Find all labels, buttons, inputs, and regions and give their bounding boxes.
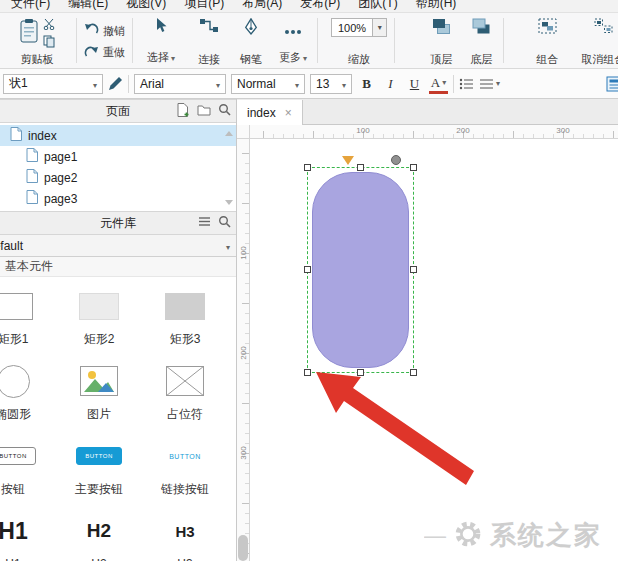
ruler-mark: 100 [356, 126, 369, 135]
widget-item[interactable]: BUTTON 按钮 [0, 427, 56, 502]
tab-index[interactable]: index × [237, 100, 303, 125]
chevron-down-icon [340, 77, 346, 91]
paste-icon[interactable] [19, 18, 39, 47]
widget-item[interactable]: BUTTON 链接按钮 [142, 427, 228, 502]
hamburger-menu-icon[interactable] [198, 216, 211, 230]
font-family-select[interactable]: Arial [134, 74, 226, 94]
ruler-mark: 300 [239, 446, 248, 459]
group-label: 组合 [536, 53, 558, 65]
scroll-down-icon[interactable] [225, 200, 233, 205]
format-divider [453, 75, 454, 93]
undo-button[interactable]: 撤销 [84, 22, 125, 40]
chevron-down-icon [224, 239, 230, 253]
copy-icon[interactable] [43, 35, 55, 51]
primary-button-widget-icon: BUTTON [76, 437, 122, 475]
library-section-header[interactable]: 基本元件 [0, 257, 236, 277]
h1-widget-icon: H1 [0, 512, 28, 550]
menu-item[interactable]: 团队(T) [349, 0, 406, 12]
widget-item[interactable]: 矩形1 [0, 277, 56, 352]
widget-item[interactable]: H1 H1 [0, 502, 56, 561]
search-icon[interactable] [218, 103, 231, 119]
menu-item[interactable]: 发布(P) [291, 0, 349, 12]
bring-front-button[interactable]: 顶层 [421, 13, 461, 68]
send-back-button[interactable]: 底层 [461, 13, 501, 68]
left-sidebar: 页面 index page1 [0, 99, 237, 561]
style-panel-icon[interactable] [606, 76, 618, 92]
ruler-mark: 200 [456, 126, 469, 135]
widget-item[interactable]: 矩形3 [142, 277, 228, 352]
tab-label: index [247, 106, 276, 120]
scroll-up-icon[interactable] [225, 131, 233, 136]
add-page-icon[interactable] [177, 103, 190, 120]
toolbar-divider [132, 18, 133, 63]
widget-item[interactable]: H3 H3 [142, 502, 228, 561]
italic-button[interactable]: I [381, 74, 400, 94]
edit-style-icon[interactable] [108, 76, 123, 91]
scrollbar-thumb[interactable] [238, 535, 248, 561]
tab-bar: index × [237, 99, 618, 125]
chevron-down-icon [293, 77, 299, 91]
main-toolbar: 剪贴板 撤销 重做 选择 连接 钢笔 [0, 13, 618, 69]
library-section-label: 基本元件 [5, 258, 53, 275]
ungroup-button[interactable]: 取消组合 [568, 13, 618, 68]
font-size-select[interactable]: 13 [310, 74, 352, 94]
bullet-list-icon[interactable] [459, 78, 474, 90]
history-section: 撤销 重做 [79, 13, 130, 68]
font-size-value: 13 [316, 77, 329, 91]
pages-tree: index page1 page2 page3 [0, 123, 236, 211]
design-canvas[interactable]: — 系统之家 [250, 139, 618, 561]
menu-item[interactable]: 布局(A) [233, 0, 291, 12]
page-tree-item[interactable]: index [0, 125, 236, 146]
page-tree-item[interactable]: page3 [0, 188, 236, 209]
zoom-select[interactable]: 100% [331, 18, 387, 37]
page-tree-label: page2 [44, 171, 77, 185]
folder-icon[interactable] [197, 104, 211, 119]
bring-front-label: 顶层 [430, 53, 452, 65]
search-icon[interactable] [218, 215, 231, 231]
close-icon[interactable]: × [285, 108, 292, 118]
font-style-select[interactable]: Normal [231, 74, 305, 94]
widget-item[interactable]: H2 H2 [56, 502, 142, 561]
cut-icon[interactable] [43, 18, 55, 33]
select-tool-button[interactable]: 选择 [135, 13, 187, 68]
menu-item[interactable]: 编辑(E) [59, 0, 117, 12]
library-select[interactable]: Default [0, 235, 236, 257]
widget-item[interactable]: BUTTON 主要按钮 [56, 427, 142, 502]
widget-item[interactable]: 椭圆形 [0, 352, 56, 427]
connector-tool-button[interactable]: 连接 [187, 13, 231, 68]
rectangle3-widget-icon [165, 287, 205, 325]
page-tree-item[interactable]: page1 [0, 146, 236, 167]
menu-item[interactable]: 帮助(H) [407, 0, 466, 12]
font-color-button[interactable]: A [429, 74, 448, 94]
menu-item[interactable]: 视图(V) [117, 0, 175, 12]
library-select-value: Default [0, 239, 23, 253]
menu-item[interactable]: 项目(P) [175, 0, 233, 12]
zoom-caret-button[interactable] [372, 19, 386, 36]
pen-tool-button[interactable]: 钢笔 [231, 13, 271, 68]
underline-button[interactable]: U [405, 74, 424, 94]
page-icon [10, 127, 22, 144]
widget-item[interactable]: 图片 [56, 352, 142, 427]
more-tools-button[interactable]: 更多 [271, 13, 315, 68]
h3-widget-icon: H3 [175, 512, 194, 550]
page-tree-label: index [28, 129, 57, 143]
canvas-body-row: 100 200 300 — [237, 139, 618, 561]
menu-item[interactable]: 文件(F) [2, 0, 59, 12]
page-tree-item[interactable]: page2 [0, 167, 236, 188]
page-icon [26, 190, 38, 207]
pages-panel-icons [177, 100, 231, 122]
list-style-icon[interactable] [479, 78, 500, 90]
rectangle1-widget-icon [0, 287, 33, 325]
watermark-logo-icon [453, 519, 483, 552]
font-family-value: Arial [140, 77, 164, 91]
group-button[interactable]: 组合 [526, 13, 568, 68]
widget-item[interactable]: 占位符 [142, 352, 228, 427]
redo-button[interactable]: 重做 [84, 43, 125, 61]
widget-style-select[interactable]: 状1 [3, 74, 103, 94]
bold-button[interactable]: B [357, 74, 376, 94]
link-button-widget-text: BUTTON [169, 447, 201, 465]
toolbar-divider [317, 18, 318, 63]
widget-item[interactable]: 矩形2 [56, 277, 142, 352]
more-label: 更多 [279, 51, 307, 65]
send-back-label: 底层 [470, 53, 492, 65]
